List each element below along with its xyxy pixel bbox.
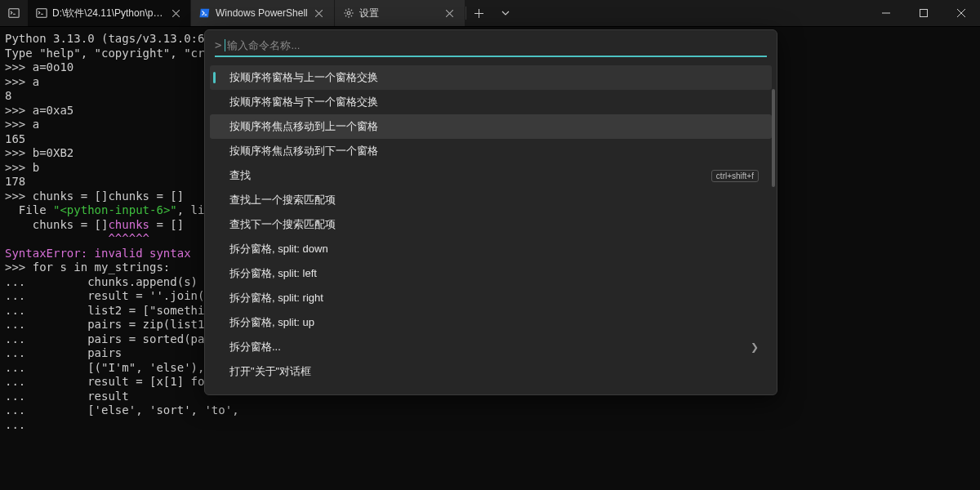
palette-item-11[interactable]: 拆分窗格...❯	[210, 335, 772, 359]
titlebar: D:\软件\24.11\Python\python.Windows PowerS…	[0, 0, 980, 27]
tab-0[interactable]: D:\软件\24.11\Python\python.	[28, 0, 191, 26]
titlebar-drag-region[interactable]	[519, 0, 867, 26]
tab-close-icon[interactable]	[169, 7, 182, 20]
palette-item-label: 按顺序将窗格与下一个窗格交换	[229, 95, 759, 109]
palette-item-label: 拆分窗格, split: up	[229, 315, 759, 330]
palette-item-label: 拆分窗格, split: left	[229, 266, 759, 281]
palette-item-label: 拆分窗格...	[229, 340, 751, 354]
palette-item-2[interactable]: 按顺序将焦点移动到上一个窗格	[210, 114, 772, 139]
tab-2[interactable]: 设置	[335, 0, 466, 26]
app-icon[interactable]	[0, 0, 28, 26]
tab-close-icon[interactable]	[313, 7, 326, 20]
palette-item-4[interactable]: 查找ctrl+shift+f	[210, 163, 772, 188]
palette-input-wrap: >	[205, 30, 777, 62]
keyboard-shortcut: ctrl+shift+f	[711, 170, 759, 182]
chevron-right-icon: ❯	[751, 341, 759, 353]
command-palette: > 按顺序将窗格与上一个窗格交换按顺序将窗格与下一个窗格交换按顺序将焦点移动到上…	[204, 29, 777, 395]
tab-1[interactable]: Windows PowerShell	[191, 0, 335, 26]
tab-label: 设置	[359, 7, 439, 20]
svg-point-5	[347, 11, 350, 15]
powershell-icon	[199, 7, 211, 19]
maximize-button[interactable]	[905, 0, 942, 26]
tab-strip: D:\软件\24.11\Python\python.Windows PowerS…	[28, 0, 466, 26]
palette-item-label: 拆分窗格, split: down	[229, 242, 759, 256]
palette-item-label: 查找	[229, 168, 711, 183]
palette-search-input[interactable]	[227, 39, 767, 51]
palette-item-label: 按顺序将窗格与上一个窗格交换	[229, 70, 759, 85]
svg-rect-0	[9, 9, 19, 18]
palette-item-12[interactable]: 打开"关于"对话框	[210, 359, 772, 384]
palette-item-0[interactable]: 按顺序将窗格与上一个窗格交换	[210, 65, 772, 90]
palette-item-label: 查找下一个搜索匹配项	[229, 217, 759, 232]
palette-item-label: 拆分窗格, split: right	[229, 291, 759, 305]
palette-item-10[interactable]: 拆分窗格, split: up	[210, 310, 772, 335]
palette-input-row[interactable]: >	[215, 38, 767, 57]
palette-list[interactable]: 按顺序将窗格与上一个窗格交换按顺序将窗格与下一个窗格交换按顺序将焦点移动到上一个…	[205, 62, 777, 394]
svg-rect-2	[37, 9, 47, 18]
svg-rect-7	[920, 10, 928, 17]
palette-item-8[interactable]: 拆分窗格, split: left	[210, 261, 772, 286]
minimize-button[interactable]	[867, 0, 905, 26]
text-cursor	[225, 39, 225, 51]
palette-scrollbar[interactable]	[772, 89, 775, 187]
palette-item-5[interactable]: 查找上一个搜索匹配项	[210, 188, 772, 212]
palette-item-label: 打开"关于"对话框	[229, 364, 759, 379]
tab-close-icon[interactable]	[443, 7, 457, 20]
palette-item-6[interactable]: 查找下一个搜索匹配项	[210, 212, 772, 237]
palette-item-9[interactable]: 拆分窗格, split: right	[210, 286, 772, 310]
tab-label: D:\软件\24.11\Python\python.	[52, 7, 164, 20]
palette-item-label: 按顺序将焦点移动到下一个窗格	[229, 144, 759, 158]
palette-prefix: >	[215, 38, 221, 51]
palette-item-label: 按顺序将焦点移动到上一个窗格	[229, 119, 759, 134]
tab-label: Windows PowerShell	[216, 7, 308, 19]
palette-item-7[interactable]: 拆分窗格, split: down	[210, 237, 772, 261]
gear-icon	[343, 7, 354, 19]
palette-item-3[interactable]: 按顺序将焦点移动到下一个窗格	[210, 139, 772, 163]
tab-dropdown-button[interactable]	[492, 0, 519, 26]
window-controls	[867, 0, 980, 26]
palette-item-1[interactable]: 按顺序将窗格与下一个窗格交换	[210, 90, 772, 114]
palette-item-label: 查找上一个搜索匹配项	[229, 193, 759, 207]
terminal-icon	[36, 7, 47, 19]
new-tab-button[interactable]	[466, 0, 492, 26]
close-button[interactable]	[942, 0, 980, 26]
